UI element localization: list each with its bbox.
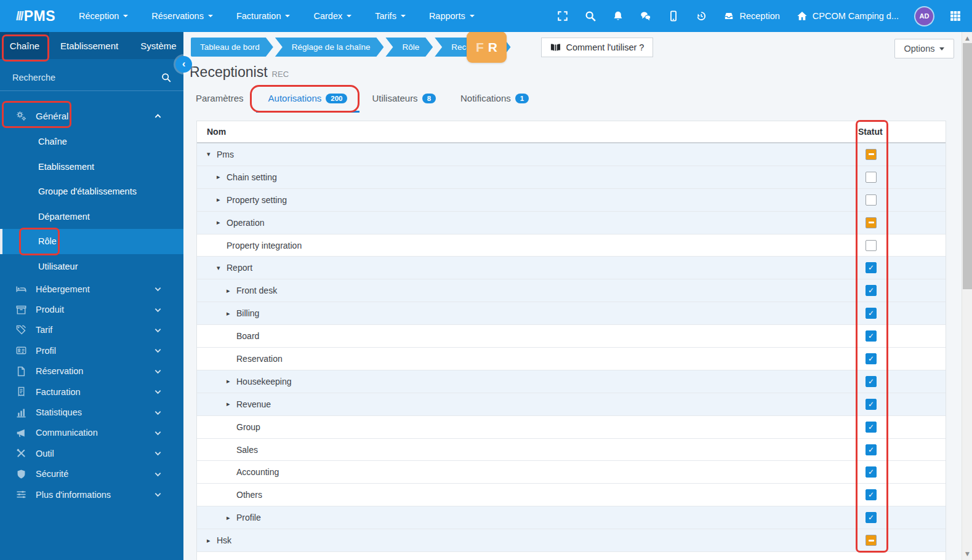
nav-menu-réservations[interactable]: Réservations: [151, 11, 213, 21]
status-checkbox-checked[interactable]: [866, 466, 877, 478]
tab-notifications[interactable]: Notifications1: [448, 86, 541, 113]
caret-right-icon[interactable]: ▸: [217, 173, 227, 181]
sidebar-item-utilisateur[interactable]: Utilisateur: [0, 254, 183, 279]
caret-right-icon[interactable]: ▸: [217, 196, 227, 204]
permission-row-hsk[interactable]: ▸Hsk: [197, 529, 946, 552]
permission-row-others[interactable]: Others: [197, 484, 946, 506]
sidebar-section-general[interactable]: Général: [0, 102, 183, 129]
permission-row-group[interactable]: Group: [197, 416, 946, 439]
permission-row-pms[interactable]: ▾Pms: [197, 143, 946, 166]
fr-language-badge[interactable]: FR: [467, 31, 507, 63]
permission-row-front-desk[interactable]: ▸Front desk: [197, 279, 946, 302]
bell-icon[interactable]: [613, 10, 624, 22]
search-icon[interactable]: [161, 73, 171, 82]
permission-row-report[interactable]: ▾Report: [197, 257, 946, 279]
caret-right-icon[interactable]: ▸: [227, 287, 236, 295]
nav-menu-cardex[interactable]: Cardex: [313, 11, 351, 21]
nav-menu-réception[interactable]: Réception: [79, 11, 128, 21]
fullscreen-icon[interactable]: [557, 10, 568, 22]
chat-icon[interactable]: [640, 10, 651, 22]
tablet-icon[interactable]: [668, 10, 679, 22]
sidebar-item-etablissement[interactable]: Etablissement: [0, 154, 183, 180]
status-checkbox-checked[interactable]: [866, 399, 877, 410]
permission-row-operation[interactable]: ▸Operation: [197, 212, 946, 234]
permission-row-board[interactable]: Board: [197, 325, 946, 348]
options-button[interactable]: Options: [894, 39, 954, 58]
breadcrumb-item-3[interactable]: Rôle: [385, 38, 433, 57]
permission-row-profile[interactable]: ▸Profile: [197, 506, 946, 529]
status-checkbox-empty[interactable]: [866, 172, 877, 183]
permission-row-chain-setting[interactable]: ▸Chain setting: [197, 166, 946, 189]
status-checkbox-checked[interactable]: [866, 422, 877, 433]
sidebar-section-h-bergement[interactable]: Hébergement: [0, 279, 183, 299]
sidebar-tab-etablissement[interactable]: Etablissement: [49, 32, 129, 59]
sidebar-tab-système[interactable]: Système: [129, 32, 187, 59]
nav-menu-tarifs[interactable]: Tarifs: [375, 11, 406, 21]
permission-row-property-setting[interactable]: ▸Property setting: [197, 189, 946, 212]
caret-right-icon[interactable]: ▸: [227, 310, 236, 318]
permission-row-billing[interactable]: ▸Billing: [197, 302, 946, 325]
tab-paramètres[interactable]: Paramètres: [183, 86, 256, 113]
vertical-scrollbar[interactable]: ▲ ▼: [962, 32, 972, 560]
tab-utilisateurs[interactable]: Utilisateurs8: [359, 86, 448, 113]
caret-right-icon[interactable]: ▸: [207, 537, 217, 545]
permission-row-revenue[interactable]: ▸Revenue: [197, 393, 946, 416]
caret-right-icon[interactable]: ▸: [227, 400, 236, 408]
caret-right-icon[interactable]: ▸: [227, 377, 236, 385]
sidebar-section-profil[interactable]: Profil: [0, 340, 183, 361]
workstation-selector[interactable]: Reception: [723, 10, 779, 22]
scroll-down-arrow[interactable]: ▼: [962, 549, 972, 559]
search-icon[interactable]: [585, 10, 596, 22]
breadcrumb-item-1[interactable]: Tableau de bord: [191, 38, 273, 57]
sidebar-section-communication[interactable]: Communication: [0, 423, 183, 443]
history-icon[interactable]: [696, 10, 707, 22]
caret-right-icon[interactable]: ▸: [217, 218, 227, 226]
sidebar-item-d-partement[interactable]: Département: [0, 204, 183, 230]
status-checkbox-checked[interactable]: [866, 285, 877, 296]
caret-down-icon[interactable]: ▾: [217, 264, 227, 272]
sidebar-section-statistiques[interactable]: Statistiques: [0, 402, 183, 422]
status-checkbox-checked[interactable]: [866, 330, 877, 342]
column-header-statut[interactable]: Statut: [855, 127, 887, 137]
sidebar-item-cha-ne[interactable]: Chaîne: [0, 129, 183, 154]
sidebar-section-facturation[interactable]: Facturation: [0, 382, 183, 402]
nav-menu-facturation[interactable]: Facturation: [236, 11, 291, 21]
status-checkbox-indeterminate[interactable]: [866, 535, 877, 546]
sidebar-item-groupe-d-tablissements[interactable]: Groupe d'établissements: [0, 179, 183, 204]
status-checkbox-checked[interactable]: [866, 376, 877, 387]
caret-right-icon[interactable]: ▸: [227, 514, 236, 522]
breadcrumb-item-2[interactable]: Réglage de la chaîne: [275, 38, 384, 57]
status-checkbox-checked[interactable]: [866, 512, 877, 523]
permission-row-sales[interactable]: Sales: [197, 439, 946, 462]
status-checkbox-checked[interactable]: [866, 489, 877, 500]
status-checkbox-checked[interactable]: [866, 262, 877, 273]
permission-row-property-integration[interactable]: Property integration: [197, 234, 946, 257]
sidebar-section-produit[interactable]: Produit: [0, 299, 183, 319]
property-selector[interactable]: CPCOM Camping d...: [797, 10, 899, 22]
help-button[interactable]: Comment l'utiliser ?: [541, 38, 654, 57]
status-checkbox-checked[interactable]: [866, 353, 877, 364]
search-input[interactable]: [12, 73, 161, 82]
user-avatar[interactable]: AD: [915, 7, 933, 25]
sidebar-section-plus-d-informations[interactable]: Plus d'informations: [0, 484, 183, 505]
status-checkbox-empty[interactable]: [866, 194, 877, 206]
sidebar-section-s-curit-[interactable]: Sécurité: [0, 464, 183, 484]
status-checkbox-checked[interactable]: [866, 308, 877, 319]
column-header-nom[interactable]: Nom: [197, 127, 855, 137]
sidebar-section-outil[interactable]: Outil: [0, 443, 183, 463]
caret-down-icon[interactable]: ▾: [207, 150, 217, 158]
tab-autorisations[interactable]: Autorisations200: [256, 86, 360, 113]
nav-menu-rapports[interactable]: Rapports: [429, 11, 475, 21]
scrollbar-thumb[interactable]: [963, 43, 972, 289]
permission-row-housekeeping[interactable]: ▸Housekeeping: [197, 370, 946, 393]
sidebar-item-r-le[interactable]: Rôle: [0, 229, 183, 254]
sidebar-tab-chaîne[interactable]: Chaîne: [0, 32, 49, 59]
status-checkbox-checked[interactable]: [866, 444, 877, 455]
permission-row-accounting[interactable]: Accounting: [197, 461, 946, 484]
scroll-up-arrow[interactable]: ▲: [962, 33, 972, 43]
status-checkbox-indeterminate[interactable]: [866, 149, 877, 160]
apps-grid-icon[interactable]: [950, 10, 961, 22]
sidebar-collapse-button[interactable]: ‹: [175, 56, 192, 73]
sidebar-section-r-servation[interactable]: Réservation: [0, 361, 183, 382]
status-checkbox-indeterminate[interactable]: [866, 217, 877, 228]
